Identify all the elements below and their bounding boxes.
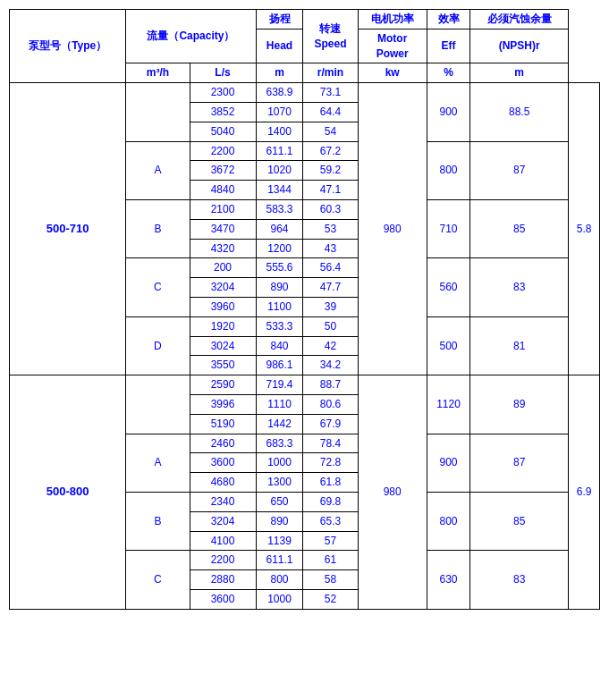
head-value: 65.3 <box>303 511 358 531</box>
capacity-ls: 719.4 <box>256 375 303 395</box>
npsh-value: 5.8 <box>569 83 600 375</box>
npsh-header-en: (NPSH)r <box>470 29 569 63</box>
pump-data-table: 泵型号（Type） 流量（Capacity） 扬程 转速 Speed 电机功率 … <box>9 9 600 610</box>
head-value: 54 <box>303 122 358 141</box>
capacity-m3h: 3672 <box>190 161 256 181</box>
pump-subtype-cell: A <box>126 141 190 199</box>
head-value: 58 <box>303 570 358 590</box>
head-value: 47.7 <box>303 278 358 298</box>
capacity-ls: 1110 <box>256 394 303 414</box>
capacity-m3h: 3024 <box>190 336 256 356</box>
capacity-ls: 840 <box>256 336 303 356</box>
head-value: 61 <box>303 551 358 570</box>
capacity-header: 流量（Capacity） <box>126 10 256 63</box>
capacity-ls: 1442 <box>256 414 303 434</box>
capacity-ls: 638.9 <box>256 83 303 103</box>
motor-power-value: 1120 <box>427 375 469 434</box>
head-header-en: Head <box>256 29 303 63</box>
npsh-unit: m <box>470 63 569 83</box>
motor-power-header-zh: 电机功率 <box>358 10 427 30</box>
capacity-m3h: 2590 <box>190 375 256 395</box>
eff-header-zh: 效率 <box>427 10 469 30</box>
capacity-m3h-unit: m³/h <box>126 63 190 83</box>
capacity-ls: 1000 <box>256 453 303 473</box>
capacity-ls: 1139 <box>256 531 303 551</box>
head-value: 56.4 <box>303 258 358 278</box>
capacity-m3h: 5040 <box>190 122 256 141</box>
npsh-value: 6.9 <box>569 375 600 610</box>
capacity-ls: 890 <box>256 511 303 531</box>
capacity-ls: 611.1 <box>256 551 303 570</box>
capacity-m3h: 1920 <box>190 316 256 336</box>
head-value: 42 <box>303 336 358 356</box>
head-value: 43 <box>303 239 358 258</box>
capacity-ls: 1020 <box>256 161 303 181</box>
capacity-m3h: 3600 <box>190 589 256 609</box>
head-value: 67.2 <box>303 141 358 161</box>
pump-type-cell: 500-710 <box>10 83 126 375</box>
speed-header: 转速 Speed <box>303 10 358 63</box>
motor-power-value: 800 <box>427 492 469 550</box>
pump-subtype-cell <box>126 375 190 434</box>
head-value: 67.9 <box>303 414 358 434</box>
capacity-ls-unit: L/s <box>190 63 256 83</box>
capacity-m3h: 4100 <box>190 531 256 551</box>
capacity-ls: 800 <box>256 570 303 590</box>
capacity-ls: 1000 <box>256 589 303 609</box>
capacity-m3h: 3600 <box>190 453 256 473</box>
capacity-ls: 555.6 <box>256 258 303 278</box>
capacity-ls: 611.1 <box>256 141 303 161</box>
speed-value: 980 <box>358 83 427 375</box>
eff-value: 85 <box>470 492 569 550</box>
head-value: 34.2 <box>303 356 358 375</box>
motor-power-value: 900 <box>427 83 469 141</box>
capacity-m3h: 2340 <box>190 492 256 511</box>
head-value: 88.7 <box>303 375 358 395</box>
head-value: 61.8 <box>303 473 358 493</box>
table-row: 500-7102300638.973.198090088.55.8 <box>10 83 600 103</box>
motor-power-value: 800 <box>427 141 469 199</box>
capacity-ls: 890 <box>256 278 303 298</box>
head-value: 50 <box>303 316 358 336</box>
motor-power-header-en: MotorPower <box>358 29 427 63</box>
eff-value: 83 <box>470 258 569 316</box>
eff-value: 85 <box>470 199 569 257</box>
capacity-m3h: 3960 <box>190 297 256 316</box>
speed-unit: r/min <box>303 63 358 83</box>
capacity-m3h: 5190 <box>190 414 256 434</box>
pump-subtype-cell <box>126 83 190 141</box>
head-value: 73.1 <box>303 83 358 103</box>
pump-subtype-cell: D <box>126 316 190 375</box>
eff-value: 87 <box>470 434 569 492</box>
pump-subtype-cell: B <box>126 492 190 550</box>
head-value: 69.8 <box>303 492 358 511</box>
speed-value: 980 <box>358 375 427 610</box>
head-value: 78.4 <box>303 434 358 453</box>
motor-power-unit: kw <box>358 63 427 83</box>
pump-type-cell: 500-800 <box>10 375 126 610</box>
capacity-m3h: 4320 <box>190 239 256 258</box>
capacity-ls: 650 <box>256 492 303 511</box>
pump-type-header: 泵型号（Type） <box>10 10 126 83</box>
eff-unit: % <box>427 63 469 83</box>
motor-power-value: 900 <box>427 434 469 492</box>
capacity-ls: 986.1 <box>256 356 303 375</box>
capacity-m3h: 3204 <box>190 278 256 298</box>
capacity-m3h: 3852 <box>190 102 256 122</box>
head-value: 47.1 <box>303 181 358 200</box>
capacity-ls: 1200 <box>256 239 303 258</box>
capacity-m3h: 200 <box>190 258 256 278</box>
pump-subtype-cell: C <box>126 258 190 316</box>
capacity-ls: 683.3 <box>256 434 303 453</box>
capacity-m3h: 4680 <box>190 473 256 493</box>
head-value: 39 <box>303 297 358 316</box>
head-value: 64.4 <box>303 102 358 122</box>
npsh-header-zh: 必须汽蚀余量 <box>470 10 569 30</box>
eff-value: 88.5 <box>470 83 569 141</box>
pump-subtype-cell: B <box>126 199 190 257</box>
capacity-m3h: 2880 <box>190 570 256 590</box>
head-header-zh: 扬程 <box>256 10 303 30</box>
capacity-ls: 583.3 <box>256 199 303 219</box>
motor-power-value: 630 <box>427 551 469 609</box>
capacity-m3h: 2460 <box>190 434 256 453</box>
